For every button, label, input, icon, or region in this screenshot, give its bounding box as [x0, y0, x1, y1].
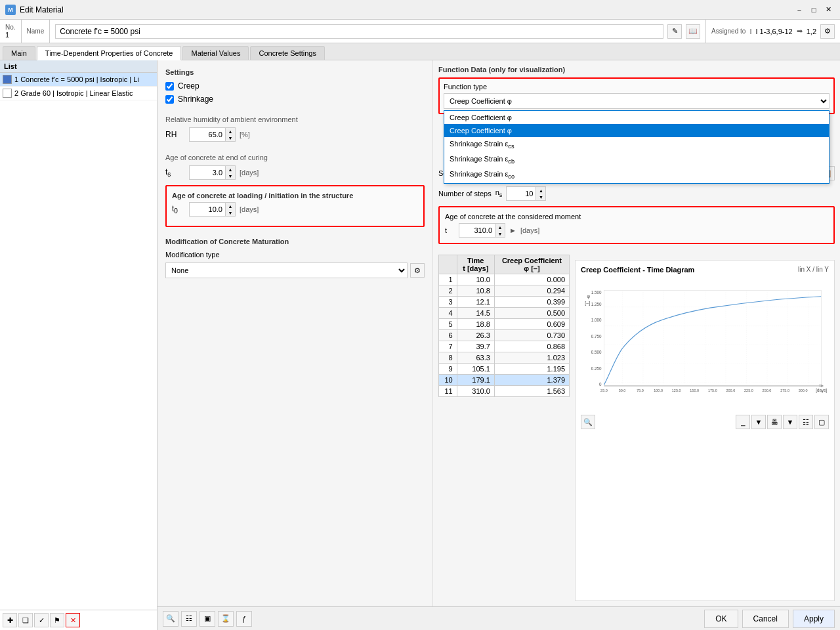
chart-print-btn[interactable]: 🖶	[767, 415, 782, 429]
chart-grid-btn[interactable]: ▢	[814, 415, 829, 429]
cell-value: 1.023	[494, 352, 569, 364]
t0-up[interactable]: ▲	[226, 203, 235, 209]
edit-name-button[interactable]: ✎	[667, 24, 682, 39]
sidebar-item-1[interactable]: 1 Concrete f'c = 5000 psi | Isotropic | …	[0, 73, 157, 87]
shrinkage-checkbox[interactable]	[165, 95, 174, 104]
mod-type-label: Modification type	[165, 251, 425, 259]
rh-up[interactable]: ▲	[226, 128, 235, 135]
dropdown-option-shrinkage2[interactable]: Shrinkage Strain εcb	[444, 152, 829, 167]
bottom-left-buttons: 🔍 ☷ ▣ ⌛ ƒ	[163, 611, 252, 627]
dropdown-option-creep2[interactable]: Creep Coefficient φ	[444, 124, 829, 137]
sidebar-item-2[interactable]: 2 Grade 60 | Isotropic | Linear Elastic	[0, 87, 157, 100]
t-label: t	[445, 226, 455, 234]
steps-row: Number of steps ns ▲ ▼	[438, 186, 835, 201]
name-field-area: ✎ 📖	[50, 20, 705, 43]
svg-text:200.0: 200.0	[726, 388, 735, 392]
cell-time: 310.0	[457, 386, 494, 397]
check-material-button[interactable]: ✓	[34, 613, 49, 627]
rh-down[interactable]: ▼	[226, 135, 235, 141]
chart-down2-btn[interactable]: ▼	[783, 415, 797, 429]
t0-input[interactable]	[189, 202, 225, 217]
ts-down[interactable]: ▼	[226, 173, 235, 179]
title-bar: M Edit Material − □ ✕	[0, 0, 840, 20]
assigned-label: Assigned to	[711, 28, 746, 35]
svg-text:0.500: 0.500	[591, 350, 602, 354]
formula-button[interactable]: ƒ	[236, 611, 252, 627]
t0-down[interactable]: ▼	[226, 209, 235, 216]
modification-title: Modification of Concrete Maturation	[165, 238, 425, 245]
rh-label: RH	[165, 130, 185, 139]
ns-up[interactable]: ▲	[536, 187, 545, 194]
chart-down-btn[interactable]: ▼	[751, 415, 766, 429]
add-material-button[interactable]: ✚	[3, 613, 17, 627]
chart-title: Creep Coefficient - Time Diagram	[581, 266, 694, 274]
ns-input[interactable]	[506, 186, 536, 201]
cell-index: 7	[439, 341, 457, 352]
minimize-button[interactable]: −	[793, 3, 806, 16]
svg-text:0: 0	[599, 382, 602, 387]
sidebar-item-text-1: 1 Concrete f'c = 5000 psi | Isotropic | …	[14, 75, 139, 83]
search-button[interactable]: 🔍	[163, 611, 178, 627]
ts-input[interactable]	[189, 165, 225, 180]
t-input[interactable]	[459, 223, 495, 238]
chart-table-btn[interactable]: ☷	[799, 415, 813, 429]
sidebar-footer: ✚ ❏ ✓ ⚑ ✕	[0, 610, 157, 630]
color-swatch-1	[3, 75, 12, 84]
cell-time: 105.1	[457, 364, 494, 375]
chart-scale: lin X / lin Y	[798, 266, 829, 273]
modification-select[interactable]: None Type A Type B	[165, 262, 408, 278]
chart-zoom-btn[interactable]: 🔍	[581, 415, 595, 429]
book-button[interactable]: 📖	[686, 24, 700, 39]
maximize-button[interactable]: □	[807, 3, 820, 16]
copy-material-button[interactable]: ❏	[18, 613, 33, 627]
select-button[interactable]: ▣	[200, 611, 215, 627]
grid-button[interactable]: ☷	[181, 611, 197, 627]
pointer-button[interactable]: ⌛	[218, 611, 234, 627]
rh-input[interactable]	[189, 127, 225, 142]
dropdown-option-shrinkage3[interactable]: Shrinkage Strain εco	[444, 167, 829, 182]
ns-down[interactable]: ▼	[536, 194, 545, 200]
flag-material-button[interactable]: ⚑	[50, 613, 64, 627]
close-button[interactable]: ✕	[822, 3, 835, 16]
tab-concrete-settings[interactable]: Concrete Settings	[250, 46, 324, 60]
chart-line-btn[interactable]: ⎯	[736, 415, 750, 429]
name-label: Name	[27, 28, 45, 35]
cell-value: 0.000	[494, 274, 569, 285]
cell-value: 0.500	[494, 308, 569, 319]
t-up[interactable]: ▲	[495, 224, 505, 230]
age-loading-title: Age of concrete at loading / initiation …	[172, 192, 418, 200]
cell-index: 6	[439, 330, 457, 341]
svg-text:300.0: 300.0	[799, 388, 808, 392]
ok-button[interactable]: OK	[704, 610, 738, 628]
ts-spin: ▲ ▼	[225, 165, 236, 180]
svg-text:75.0: 75.0	[637, 388, 644, 392]
assigned-settings-button[interactable]: ⚙	[820, 24, 835, 39]
svg-text:1.000: 1.000	[591, 318, 602, 322]
col-index	[439, 255, 457, 274]
cell-time: 10.0	[457, 274, 494, 285]
delete-material-button[interactable]: ✕	[66, 613, 80, 627]
t0-label: t0	[172, 204, 185, 215]
dropdown-option-creep1[interactable]: Creep Coefficient φ	[444, 111, 829, 124]
dropdown-option-shrinkage1[interactable]: Shrinkage Strain εcs	[444, 137, 829, 152]
cell-time: 14.5	[457, 308, 494, 319]
function-type-select[interactable]: Creep Coefficient φ Shrinkage Strain εcs…	[444, 93, 830, 109]
sidebar-item-text-2: 2 Grade 60 | Isotropic | Linear Elastic	[14, 89, 133, 97]
apply-button[interactable]: Apply	[793, 610, 835, 628]
chart-table-area: Function Data (only for visualization) F…	[433, 60, 840, 606]
t-down[interactable]: ▼	[495, 230, 505, 237]
tab-material-values[interactable]: Material Values	[182, 46, 249, 60]
creep-checkbox[interactable]	[165, 82, 174, 91]
table-row: 11 310.0 1.563	[439, 386, 570, 397]
cancel-button[interactable]: Cancel	[742, 610, 789, 628]
rh-input-group: ▲ ▼	[189, 127, 236, 142]
name-input[interactable]	[55, 24, 663, 39]
svg-text:φ: φ	[587, 294, 590, 299]
tab-time-dependent[interactable]: Time-Dependent Properties of Concrete	[37, 46, 182, 60]
function-type-label: Function type	[444, 83, 830, 91]
modification-settings-btn[interactable]: ⚙	[410, 263, 425, 278]
ts-up[interactable]: ▲	[226, 166, 235, 173]
table-row: 1 10.0 0.000	[439, 274, 570, 285]
rh-section-label: Relative humidity of ambient environment	[165, 116, 425, 123]
tab-main[interactable]: Main	[3, 46, 35, 60]
